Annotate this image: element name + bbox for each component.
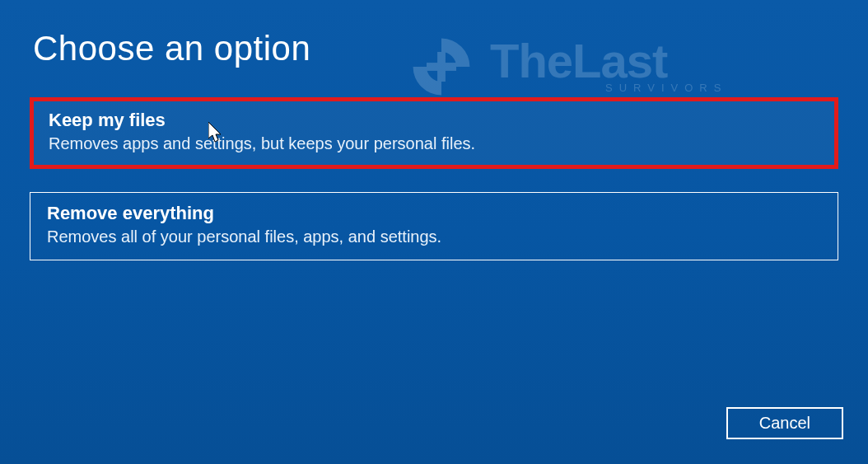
option-remove-everything[interactable]: Remove everything Removes all of your pe… <box>30 192 838 260</box>
option-description: Removes apps and settings, but keeps you… <box>49 134 819 153</box>
footer: Cancel <box>726 407 843 439</box>
cancel-button[interactable]: Cancel <box>726 407 843 439</box>
option-title: Remove everything <box>47 203 821 224</box>
options-container: Keep my files Removes apps and settings,… <box>30 97 838 260</box>
option-keep-my-files[interactable]: Keep my files Removes apps and settings,… <box>30 97 838 169</box>
page-title: Choose an option <box>0 0 868 68</box>
option-description: Removes all of your personal files, apps… <box>47 227 821 246</box>
watermark-sub-text: SURVIVORS <box>605 82 727 94</box>
option-title: Keep my files <box>49 110 819 131</box>
